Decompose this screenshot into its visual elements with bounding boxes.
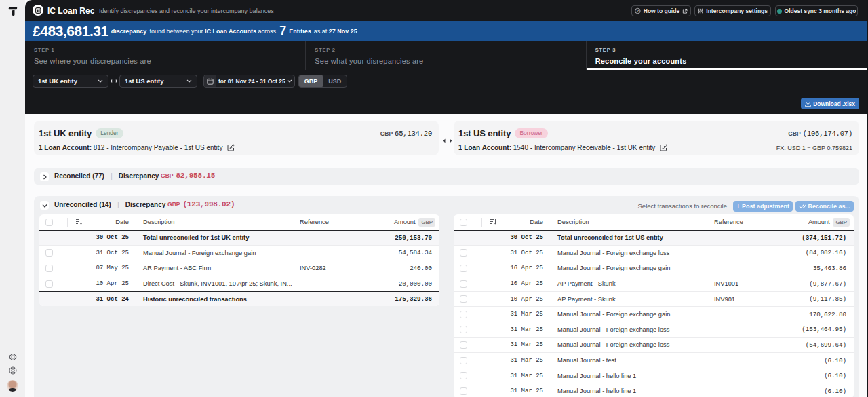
svg-text:?: ? [637, 9, 639, 13]
